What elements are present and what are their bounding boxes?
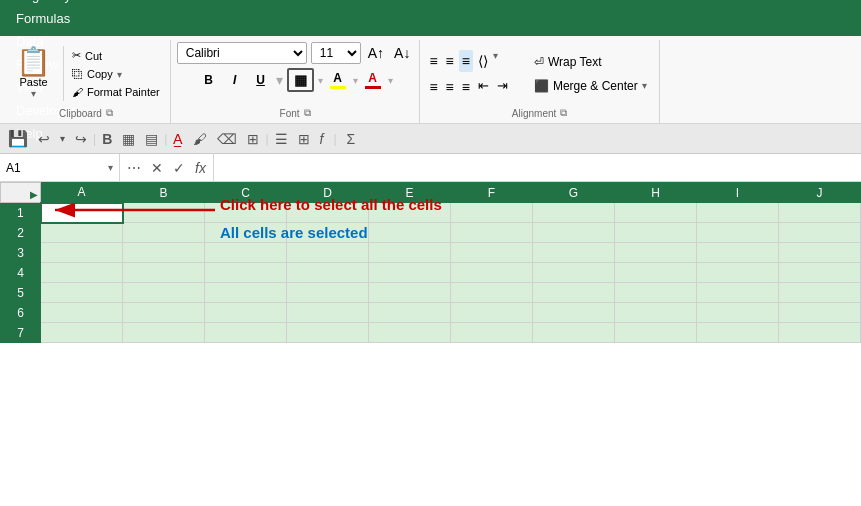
insert-btn-qa[interactable]: ⊞	[243, 129, 263, 149]
menu-item-formulas[interactable]: Formulas	[4, 7, 101, 30]
cell-F7[interactable]	[451, 323, 533, 343]
align-center-button[interactable]: ≡	[443, 76, 457, 98]
paste-button[interactable]: 📋 Paste ▾	[8, 42, 59, 105]
cell-G4[interactable]	[533, 263, 615, 283]
cell-B6[interactable]	[123, 303, 205, 323]
cell-B4[interactable]	[123, 263, 205, 283]
cell-E3[interactable]	[369, 243, 451, 263]
cell-F5[interactable]	[451, 283, 533, 303]
cell-J3[interactable]	[779, 243, 861, 263]
decrease-indent-button[interactable]: ⇤	[475, 76, 492, 98]
decrease-font-size-button[interactable]: A↓	[391, 44, 413, 62]
cell-D6[interactable]	[287, 303, 369, 323]
highlight-color-button[interactable]: A	[327, 70, 349, 90]
cell-F6[interactable]	[451, 303, 533, 323]
cell-A5[interactable]	[41, 283, 123, 303]
row-header-4[interactable]: 4	[1, 263, 41, 283]
cell-H7[interactable]	[615, 323, 697, 343]
cell-H4[interactable]	[615, 263, 697, 283]
col-header-E[interactable]: E	[369, 183, 451, 203]
cell-C5[interactable]	[205, 283, 287, 303]
col-header-A[interactable]: A	[41, 183, 123, 203]
border-button[interactable]: ▦	[287, 68, 314, 92]
row-header-2[interactable]: 2	[1, 223, 41, 243]
cell-J5[interactable]	[779, 283, 861, 303]
cell-I3[interactable]	[697, 243, 779, 263]
orient-button[interactable]: ⟨⟩	[475, 50, 491, 72]
formula-cancel-button[interactable]: ✕	[148, 159, 166, 177]
copy-button[interactable]: ⿻ Copy ▾	[68, 66, 164, 82]
cell-C6[interactable]	[205, 303, 287, 323]
col-header-D[interactable]: D	[287, 183, 369, 203]
alignment-expand-icon[interactable]: ⧉	[560, 107, 567, 119]
cell-I2[interactable]	[697, 223, 779, 243]
cell-I4[interactable]	[697, 263, 779, 283]
cell-H3[interactable]	[615, 243, 697, 263]
cell-J1[interactable]	[779, 203, 861, 223]
cell-E5[interactable]	[369, 283, 451, 303]
merge-center-button[interactable]: ⬛ Merge & Center ▾	[528, 76, 653, 96]
name-box[interactable]: A1 ▾	[0, 154, 120, 181]
cell-I1[interactable]	[697, 203, 779, 223]
row-header-3[interactable]: 3	[1, 243, 41, 263]
cell-F4[interactable]	[451, 263, 533, 283]
cell-F1[interactable]	[451, 203, 533, 223]
cell-I6[interactable]	[697, 303, 779, 323]
font-color-btn-qa[interactable]: A̲	[169, 129, 187, 149]
cell-H5[interactable]	[615, 283, 697, 303]
formula-input[interactable]	[214, 154, 861, 181]
bold-button[interactable]: B	[198, 70, 220, 90]
cell-A4[interactable]	[41, 263, 123, 283]
cell-I7[interactable]	[697, 323, 779, 343]
align-top-center-button[interactable]: ≡	[443, 50, 457, 72]
cell-D2[interactable]	[287, 223, 369, 243]
col-header-I[interactable]: I	[697, 183, 779, 203]
wrap-text-button[interactable]: ⏎ Wrap Text	[528, 52, 653, 72]
paintbucket-btn-qa[interactable]: 🖌	[189, 129, 211, 149]
cell-E4[interactable]	[369, 263, 451, 283]
cell-J4[interactable]	[779, 263, 861, 283]
formula-dots-button[interactable]: ⋯	[124, 159, 144, 177]
cell-B3[interactable]	[123, 243, 205, 263]
cell-A6[interactable]	[41, 303, 123, 323]
cell-B5[interactable]	[123, 283, 205, 303]
cell-H2[interactable]	[615, 223, 697, 243]
col-header-C[interactable]: C	[205, 183, 287, 203]
col-header-B[interactable]: B	[123, 183, 205, 203]
cell-C4[interactable]	[205, 263, 287, 283]
cell-E7[interactable]	[369, 323, 451, 343]
function-btn-qa[interactable]: f	[316, 129, 328, 149]
cell-B2[interactable]	[123, 223, 205, 243]
cell-E6[interactable]	[369, 303, 451, 323]
orient-dropdown[interactable]: ▾	[493, 50, 498, 72]
increase-font-size-button[interactable]: A↑	[365, 44, 387, 62]
layout-btn-qa[interactable]: ▤	[141, 129, 162, 149]
sum-btn-qa[interactable]: Σ	[343, 129, 360, 149]
cell-G5[interactable]	[533, 283, 615, 303]
cell-D1[interactable]	[287, 203, 369, 223]
cell-A7[interactable]	[41, 323, 123, 343]
corner-cell[interactable]: ▶	[1, 183, 41, 203]
cell-H6[interactable]	[615, 303, 697, 323]
border-dropdown[interactable]: ▾	[318, 75, 323, 86]
cell-C7[interactable]	[205, 323, 287, 343]
cell-G7[interactable]	[533, 323, 615, 343]
menu-item-page-layout[interactable]: Page Layout	[4, 0, 101, 7]
undo-dropdown-qa[interactable]: ▾	[56, 131, 69, 146]
font-expand-icon[interactable]: ⧉	[304, 107, 311, 119]
eraser-btn-qa[interactable]: ⌫	[213, 129, 241, 149]
align-top-left-button[interactable]: ≡	[426, 50, 440, 72]
cell-A3[interactable]	[41, 243, 123, 263]
cell-F3[interactable]	[451, 243, 533, 263]
formula-confirm-button[interactable]: ✓	[170, 159, 188, 177]
align-left-button[interactable]: ≡	[426, 76, 440, 98]
cell-J2[interactable]	[779, 223, 861, 243]
clipboard-expand-icon[interactable]: ⧉	[106, 107, 113, 119]
table-btn-qa[interactable]: ▦	[118, 129, 139, 149]
col-header-G[interactable]: G	[533, 183, 615, 203]
row-header-5[interactable]: 5	[1, 283, 41, 303]
cell-H1[interactable]	[615, 203, 697, 223]
row-header-7[interactable]: 7	[1, 323, 41, 343]
underline-button[interactable]: U	[250, 70, 272, 90]
increase-indent-button[interactable]: ⇥	[494, 76, 511, 98]
